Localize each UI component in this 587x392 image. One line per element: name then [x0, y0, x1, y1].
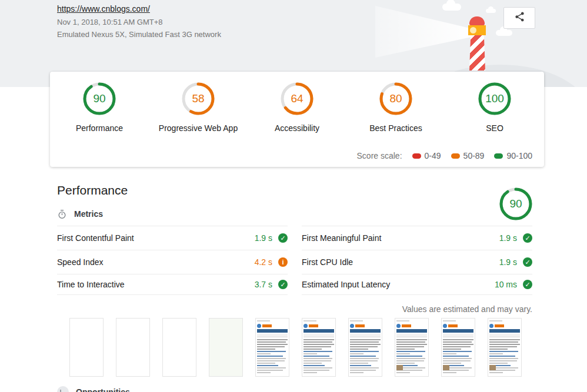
performance-section-gauge: 90 — [499, 187, 532, 220]
lighthouse-beam — [375, 6, 472, 58]
opportunities-header: Opportunities — [57, 386, 532, 392]
score-scale-legend: Score scale: 0-49 50-89 90-100 — [357, 151, 532, 160]
stopwatch-icon — [57, 209, 67, 219]
metric-row: Speed Index 4.2 s — [57, 250, 288, 274]
metrics-grid: First Contentful Paint 1.9 s Speed Index… — [57, 226, 532, 295]
score-range-average: 50-89 — [451, 151, 485, 160]
metric-row: Time to Interactive 3.7 s — [57, 274, 288, 294]
filmstrip-frame — [209, 318, 243, 377]
check-icon — [523, 280, 532, 289]
score-range-pass: 90-100 — [494, 151, 532, 160]
score-label: Progressive Web App — [159, 123, 238, 133]
gauge-ring: 100 — [478, 82, 511, 115]
filmstrip-frame — [488, 318, 522, 377]
lighthouse-report: https://www.cnblogs.com/ Nov 1, 2018, 10… — [0, 0, 587, 392]
performance-section: Performance 90 Metrics First Contentful … — [57, 182, 532, 392]
check-icon — [278, 233, 288, 243]
metric-row: First Contentful Paint 1.9 s — [57, 226, 288, 250]
estimate-note: Values are estimated and may vary. — [57, 304, 532, 314]
filmstrip-frame — [162, 318, 196, 377]
lighthouse-icon — [468, 16, 488, 71]
filmstrip-frame — [116, 318, 150, 377]
filmstrip-frame — [255, 318, 289, 377]
metrics-header: Metrics — [57, 208, 532, 220]
score-range-fail: 0-49 — [412, 151, 441, 160]
metric-row: Estimated Input Latency 10 ms — [302, 274, 532, 294]
gauge-ring: 58 — [182, 82, 215, 115]
opportunities-icon — [57, 386, 69, 392]
score-gauge-seo[interactable]: 100 SEO — [445, 82, 544, 133]
score-label: Best Practices — [369, 123, 422, 133]
share-icon — [514, 11, 525, 25]
score-label: SEO — [486, 123, 503, 133]
info-icon — [278, 257, 288, 267]
cloud-icon — [496, 30, 512, 36]
cloud-icon — [442, 4, 461, 11]
report-device-info: Emulated Nexus 5X, Simulated Fast 3G net… — [57, 30, 221, 39]
opportunities-title: Opportunities — [76, 387, 130, 392]
score-label: Accessibility — [275, 123, 319, 133]
section-title: Performance — [57, 182, 532, 198]
score-label: Performance — [76, 123, 123, 133]
range-pill-red — [412, 153, 421, 159]
score-scale-label: Score scale: — [357, 151, 402, 160]
filmstrip-frame — [302, 318, 336, 377]
filmstrip-frame — [69, 318, 104, 377]
share-button[interactable] — [503, 7, 535, 29]
score-gauge-performance[interactable]: 90 Performance — [50, 82, 149, 133]
filmstrip-frame — [395, 318, 429, 377]
report-url-link[interactable]: https://www.cnblogs.com/ — [57, 4, 150, 14]
range-pill-orange — [451, 153, 460, 159]
gauge-ring: 64 — [281, 82, 313, 115]
filmstrip-frame — [441, 318, 475, 377]
score-gauge-accessibility[interactable]: 64 Accessibility — [248, 82, 346, 133]
check-icon — [523, 233, 532, 243]
metrics-col-right: First Meaningful Paint 1.9 s First CPU I… — [302, 226, 532, 295]
gauge-ring: 90 — [83, 82, 116, 115]
metrics-col-left: First Contentful Paint 1.9 s Speed Index… — [57, 226, 288, 295]
check-icon — [278, 280, 288, 289]
gauges-row: 90 Performance 58 Progressive Web App 64… — [50, 72, 544, 133]
cloud-icon — [486, 9, 496, 13]
metrics-header-label: Metrics — [74, 209, 103, 219]
score-gauge-pwa[interactable]: 58 Progressive Web App — [149, 82, 248, 133]
range-pill-green — [494, 153, 503, 159]
report-timestamp: Nov 1, 2018, 10:51 AM GMT+8 — [57, 18, 221, 26]
metric-row: First Meaningful Paint 1.9 s — [302, 226, 532, 250]
report-header: https://www.cnblogs.com/ Nov 1, 2018, 10… — [57, 4, 221, 39]
check-icon — [523, 257, 532, 267]
score-gauge-best-practices[interactable]: 80 Best Practices — [346, 82, 445, 133]
metric-row: First CPU Idle 1.9 s — [302, 250, 532, 274]
gauge-ring: 80 — [379, 82, 412, 115]
scores-summary-card: 90 Performance 58 Progressive Web App 64… — [50, 72, 544, 167]
filmstrip — [69, 318, 532, 377]
filmstrip-frame — [348, 318, 382, 377]
